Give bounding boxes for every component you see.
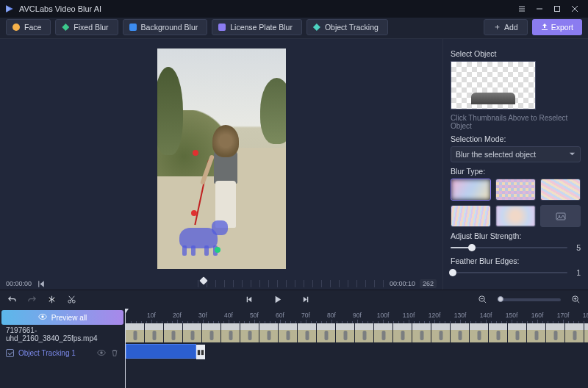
timeline-ruler[interactable]: 10f20f30f40f50f60f70f80f90f100f110f120f1… [125,309,588,323]
play-icon[interactable] [273,295,282,304]
export-icon [541,23,548,32]
tracking-marker[interactable] [193,150,198,156]
app-logo-icon [4,4,15,14]
select-object-label: Select Object [451,49,581,58]
clip-stop-handle[interactable]: ▮▮ [196,345,205,359]
track-delete-icon[interactable] [110,348,119,357]
license-plate-label: License Plate Blur [230,23,293,32]
timeline: Preview all 7197661-uhd_2160_3840_25fps.… [0,309,588,388]
close-icon[interactable] [566,0,584,18]
license-plate-button[interactable]: License Plate Blur [212,19,302,35]
zoom-in-icon[interactable] [571,295,581,304]
plus-icon: ＋ [493,22,501,32]
face-button[interactable]: Face [6,19,51,35]
add-label: Add [504,23,518,32]
blur-type-gaussian[interactable] [451,179,491,201]
zoom-out-icon[interactable] [478,295,487,304]
next-frame-icon[interactable] [301,295,311,304]
time-left: 00:00:00 [6,280,32,287]
track-visibility-icon[interactable] [97,348,106,357]
track-row[interactable]: Object Tracking 1 [0,344,125,362]
chevron-down-icon [569,150,576,159]
blur-type-custom[interactable] [540,205,581,227]
blur-type-grid [451,179,581,227]
main-area: 00:00:00 00:00:10 262 Select Object Clic… [0,38,588,290]
object-thumbnail[interactable] [451,61,536,109]
zoom-slider[interactable] [498,298,561,301]
reselect-hint: Click Thumbnails Above to Reselect Objec… [451,114,581,130]
face-label: Face [24,23,41,32]
background-blur-label: Background Blur [141,23,198,32]
cut-icon[interactable] [67,295,76,304]
selection-mode-label: Selection Mode: [451,134,581,143]
redo-icon[interactable] [27,295,37,304]
blur-strength-value: 5 [573,243,581,252]
feather-slider[interactable] [451,272,567,273]
object-track[interactable]: ▮▮ [125,342,588,360]
timeline-left: Preview all 7197661-uhd_2160_3840_25fps.… [0,309,125,388]
background-blur-icon [129,24,137,31]
jump-start-icon[interactable] [36,279,46,289]
tracking-marker[interactable] [215,247,220,253]
preview-pane: 00:00:00 00:00:10 262 [0,39,442,290]
blur-strength-label: Adjust Blur Strength: [451,231,581,240]
split-icon[interactable] [47,295,57,304]
feather-label: Feather Blur Edges: [451,256,581,265]
clip-name: 7197661-uhd_2160_3840_25fps.mp4 [6,326,119,342]
maximize-icon[interactable] [548,0,566,18]
blur-type-motion[interactable] [540,179,581,201]
fixed-blur-label: Fixed Blur [74,23,108,32]
hamburger-icon[interactable] [513,0,531,18]
timeline-right[interactable]: 10f20f30f40f50f60f70f80f90f100f110f120f1… [125,309,588,388]
track-name: Object Tracking 1 [18,349,93,357]
add-button[interactable]: ＋Add [484,19,528,35]
prev-frame-icon[interactable] [244,295,254,304]
time-right: 00:00:10 [390,280,415,287]
track-checkbox[interactable] [6,349,14,357]
background-blur-button[interactable]: Background Blur [123,19,208,35]
preview-all-label: Preview all [51,314,87,322]
export-label: Export [551,23,573,32]
blur-type-streak[interactable] [451,205,491,227]
toolbar: Face Fixed Blur Background Blur License … [0,18,588,38]
clip-name-row[interactable]: 7197661-uhd_2160_3840_25fps.mp4 [0,325,125,344]
undo-icon[interactable] [7,295,17,304]
right-panel: Select Object Click Thumbnails Above to … [442,39,588,290]
frame-count: 262 [420,279,437,288]
blur-type-pixelate[interactable] [495,179,536,201]
export-button[interactable]: Export [532,19,582,35]
title-bar: AVCLabs Video Blur AI [0,0,588,18]
timeline-controls [0,290,588,309]
object-tracking-label: Object Tracking [325,23,379,32]
fixed-blur-icon [62,24,69,31]
app-title: AVCLabs Video Blur AI [19,4,513,13]
selection-mode-value: Blur the selected object [456,150,536,159]
tracking-marker[interactable] [191,210,197,216]
preview-time-row: 00:00:00 00:00:10 262 [0,278,442,290]
svg-point-10 [100,351,102,353]
selection-mode-dropdown[interactable]: Blur the selected object [451,146,581,162]
minimize-icon[interactable] [531,0,548,18]
feather-value: 1 [573,268,581,277]
svg-rect-0 [555,7,560,12]
blur-type-radial[interactable] [495,205,536,227]
object-tracking-icon [313,24,320,31]
tracked-object-overlay[interactable] [172,218,229,256]
scrubber-handle[interactable] [199,276,207,284]
playhead[interactable] [125,309,126,388]
face-icon [12,24,20,31]
blur-strength-slider[interactable] [451,247,567,248]
license-plate-icon [218,24,226,31]
svg-point-8 [41,315,43,317]
preview-scrubber[interactable] [198,280,385,287]
blur-type-label: Blur Type: [451,167,581,176]
fixed-blur-button[interactable]: Fixed Blur [55,19,118,35]
video-viewport[interactable] [0,39,442,278]
object-tracking-button[interactable]: Object Tracking [306,19,388,35]
filmstrip[interactable] [125,323,588,342]
tracking-clip[interactable]: ▮▮ [126,344,196,359]
video-frame [157,48,286,269]
preview-all-button[interactable]: Preview all [1,310,123,325]
eye-icon [38,312,47,323]
